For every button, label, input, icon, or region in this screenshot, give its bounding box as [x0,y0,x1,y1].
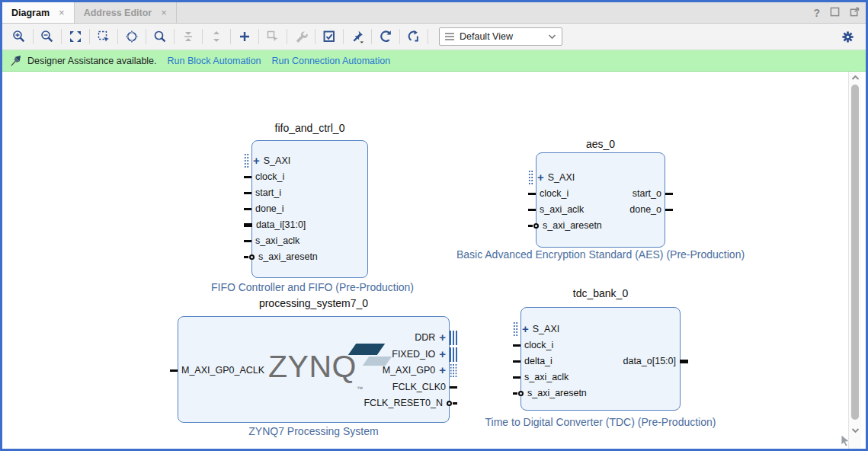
expand-port-icon[interactable]: + [439,365,446,376]
zoom-out-icon[interactable] [37,27,57,46]
interface-port-connector [244,153,249,168]
port-data-o[interactable]: data_o[15:0] [623,353,688,369]
settings-gear-icon[interactable] [838,27,857,46]
active-low-circle [518,391,524,396]
port-clock-i[interactable]: clock_i [528,186,569,201]
mouse-cursor-icon [840,434,852,447]
port-done-o[interactable]: done_o [629,202,673,217]
expand-port-icon[interactable]: + [439,349,446,360]
pin-stub [513,392,517,395]
port-fclk-clk0[interactable]: FCLK_CLK0 [392,379,457,395]
block-title-tdc: tdc_bank_0 [520,287,681,300]
autofit-selection-icon[interactable] [122,27,142,46]
port-fclk-reset0-n[interactable]: FCLK_RESET0_N [364,395,457,411]
vivado-diagram-window: Diagram × Address Editor × ? [0,0,868,451]
port-m-axi-gp0[interactable]: M_AXI_GP0 + [383,363,457,378]
tab-address-editor-label: Address Editor [84,8,152,18]
pin-stub [665,209,673,211]
port-s-axi-aclk[interactable]: s_axi_aclk [244,233,299,248]
bus-pin-stub [244,223,252,227]
expand-port-icon[interactable]: + [537,172,544,183]
port-fixed-io[interactable]: FIXED_IO + [392,347,457,362]
refresh-icon[interactable] [376,27,396,46]
regenerate-layout-icon[interactable] [404,27,424,46]
make-external-icon[interactable] [263,27,283,46]
designer-assistance-icon [10,55,21,67]
scrollbar-thumb[interactable] [851,85,859,420]
port-s-axi[interactable]: + S_AXI [244,153,290,168]
view-options-icon [445,33,454,40]
interface-port-connector [450,363,457,378]
port-s-axi-aresetn[interactable]: s_axi_aresetn [244,249,318,264]
port-start-i[interactable]: start_i [244,185,281,200]
tab-address-editor[interactable]: Address Editor × [75,2,177,23]
port-s-axi-aclk[interactable]: s_axi_aclk [513,369,569,385]
maximize-icon[interactable] [830,6,840,20]
block-tdc-bank[interactable]: + S_AXI clock_i delta_i s_axi_aclk s_axi… [520,307,681,411]
block-caption-fifo: FIFO Controller and FIFO (Pre-Production… [183,281,442,294]
add-ip-icon[interactable] [235,27,255,46]
close-icon[interactable]: × [57,7,66,18]
tab-diagram[interactable]: Diagram × [2,2,75,23]
pin-stub [513,376,520,379]
block-fifo-and-ctrl[interactable]: + S_AXI clock_i start_i done_i data_i[31… [251,140,368,278]
port-data-i[interactable]: data_i[31:0] [244,217,306,232]
validate-design-icon[interactable] [319,27,339,46]
pin-stub [244,256,248,258]
expand-port-icon[interactable]: + [522,324,529,334]
diagram-canvas[interactable]: fifo_and_ctrl_0 + S_AXI clock_i start_i … [2,72,866,449]
view-selector-value: Default View [460,31,543,42]
port-s-axi-aclk[interactable]: s_axi_aclk [528,202,584,217]
zoom-fit-icon[interactable] [66,27,85,46]
expand-port-icon[interactable]: + [439,332,446,343]
vertical-scrollbar[interactable] [848,72,861,449]
port-clock-i[interactable]: clock_i [513,337,553,353]
chevron-down-icon [548,34,556,40]
port-s-axi[interactable]: + S_AXI [513,321,559,337]
pin-stub [513,344,520,347]
tab-bar: Diagram × Address Editor × ? [2,2,866,24]
port-s-axi[interactable]: + S_AXI [528,170,575,185]
pin-stub [450,386,457,389]
expand-port-icon[interactable]: + [253,155,260,166]
block-aes[interactable]: + S_AXI clock_i s_axi_aclk s_axi_aresetn… [536,152,665,248]
zoom-in-icon[interactable] [9,27,29,46]
zynq-logo: ZYNQ™ [268,349,363,392]
port-s-axi-aresetn[interactable]: s_axi_aresetn [528,218,602,233]
port-m-axi-gp0-aclk[interactable]: M_AXI_GP0_ACLK [170,363,264,378]
pin-stub [244,176,251,178]
block-title-aes: aes_0 [536,138,665,151]
pin-stub [528,193,536,195]
pin-stub [244,240,251,242]
active-low-circle [447,401,452,406]
block-processing-system7[interactable]: M_AXI_GP0_ACLK ZYNQ™ DDR + FIXED_IO + M_… [178,316,450,423]
interface-port-connector [450,331,457,345]
float-window-icon[interactable] [850,6,860,20]
port-s-axi-aresetn[interactable]: s_axi_aresetn [513,385,587,401]
window-controls: ? [813,2,860,24]
port-clock-i[interactable]: clock_i [244,169,284,184]
help-icon[interactable]: ? [813,7,820,19]
search-icon[interactable] [150,27,170,46]
block-caption-ps7: ZYNQ7 Processing System [178,425,450,438]
active-low-circle [533,223,539,229]
port-start-o[interactable]: start_o [633,186,673,201]
interface-port-connector [528,170,533,185]
assistance-message: Designer Assistance available. [27,56,157,66]
port-delta-i[interactable]: delta_i [513,353,553,369]
pin-stub [244,192,251,194]
pin-icon[interactable] [348,27,367,46]
port-done-i[interactable]: done_i [244,201,284,216]
port-ddr[interactable]: DDR + [415,330,457,345]
scroll-up-icon[interactable] [850,73,860,83]
collapse-hierarchy-icon[interactable] [178,27,198,46]
expand-hierarchy-icon[interactable] [207,27,226,46]
interface-port-connector [450,347,457,362]
run-connection-automation-link[interactable]: Run Connection Automation [272,56,391,66]
pin-stub [244,208,251,210]
view-selector-dropdown[interactable]: Default View [439,27,562,46]
zoom-to-selection-icon[interactable] [94,27,114,46]
close-icon[interactable]: × [159,7,168,18]
run-block-automation-link[interactable]: Run Block Automation [168,56,261,66]
customize-wrench-icon[interactable] [291,27,311,46]
